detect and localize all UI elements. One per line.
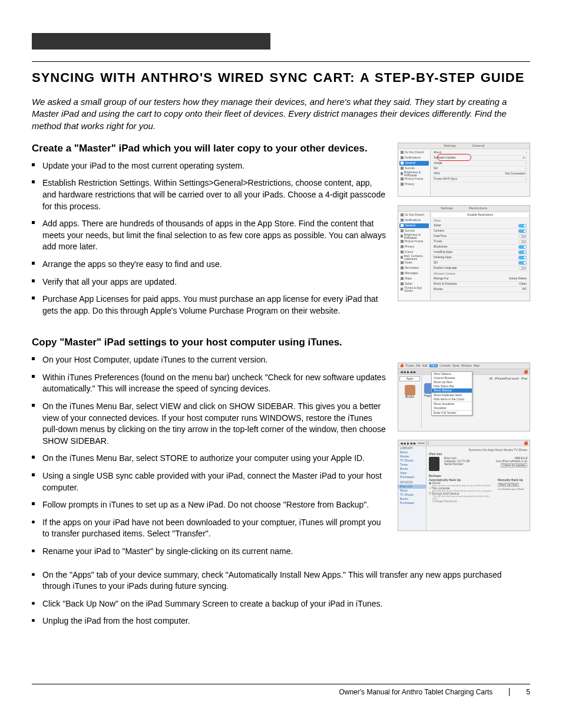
menu-item: Show Duplicate Items xyxy=(432,393,472,397)
toggle-on-icon xyxy=(518,229,527,233)
screenshot-itunes-view-menu: 🍎 iTunes File Edit View Controls Store W… xyxy=(398,363,530,431)
intro-paragraph: We asked a small group of our testers ho… xyxy=(32,96,530,132)
sidebar-item: Reminders xyxy=(405,266,419,269)
tab: iPad xyxy=(521,377,527,380)
sidebar-item: Sounds xyxy=(405,167,415,170)
row-label: iTunes Wi-Fi Sync xyxy=(434,177,457,180)
menu-item: File xyxy=(416,364,421,367)
device-image-icon xyxy=(429,457,439,471)
row-label: Safari xyxy=(434,224,441,227)
sidebar-item: Books xyxy=(398,467,426,471)
toggle-on-icon xyxy=(518,245,527,249)
page-content: SYNCING WITH ANTHRO'S WIRED SYNC CART: A… xyxy=(32,61,530,633)
row-value: United States xyxy=(509,277,527,280)
sidebar-item: iCloud xyxy=(405,251,413,253)
screenshot-settings-general: Settings General Do Not Disturb Notifica… xyxy=(398,143,530,197)
sidebar-item: Purchased xyxy=(398,501,426,505)
row-label: Usage xyxy=(434,162,442,164)
sidebar-item: Tones xyxy=(398,463,426,467)
row-label: Deleting Apps xyxy=(434,256,452,259)
row-value: Clean xyxy=(519,282,527,285)
list-item: Update your iPad to the most current ope… xyxy=(42,160,386,172)
toggle-on-icon xyxy=(518,251,527,254)
list-item: On your Host Computer, update iTunes to … xyxy=(42,354,386,366)
row-label: Disable Restrictions xyxy=(467,213,493,216)
list-item: Within iTunes Preferences (found on the … xyxy=(42,372,386,395)
serial-label: Serial Number: xyxy=(444,463,470,466)
list-item: On the iTunes Menu Bar, select STORE to … xyxy=(42,453,386,465)
menu-item: Store xyxy=(452,364,459,367)
sidebar-item: Picture Frame xyxy=(405,240,423,243)
row-label: Camera xyxy=(434,229,444,232)
sidebar-item: Messages xyxy=(405,272,418,275)
list-item: Arrange the apps so they're easy to find… xyxy=(42,259,386,271)
menu-item: Edit xyxy=(422,364,428,367)
toggle-on-icon xyxy=(518,261,527,265)
list-item: On the iTunes Menu Bar, select VIEW and … xyxy=(42,401,386,447)
section-2-heading: Copy "Master" iPad settings to your host… xyxy=(32,337,386,348)
screenshot-itunes-summary: ◀◀ ▶ ▶▶ ━━━ ☐🍎 LIBRARY Music Movies TV S… xyxy=(398,440,530,531)
footer-text: Owner's Manual for Anthro Tablet Chargin… xyxy=(339,688,492,696)
tab: iPhone/iPod touch xyxy=(495,377,519,380)
sidebar-header: LIBRARY xyxy=(398,446,426,450)
toggle-off-icon xyxy=(518,240,527,243)
menu-item: iTunes xyxy=(405,364,414,367)
sidebar-item: iPad mini xyxy=(398,485,426,489)
sidebar-item: Music xyxy=(398,450,426,454)
row-label: iBookstore xyxy=(434,245,448,248)
sidebar-item: TV Shows xyxy=(398,459,426,463)
header-bar xyxy=(32,33,270,50)
menu-item: Enter Full Screen xyxy=(432,410,472,415)
menu-item: Show Visualizer xyxy=(432,401,472,406)
sidebar-item: Notes xyxy=(405,261,412,264)
sidebar-item: Movies xyxy=(398,454,426,459)
list-item: Rename your iPad to "Master" by single-c… xyxy=(42,546,386,558)
toggle-off-icon xyxy=(518,235,527,238)
page-footer: Owner's Manual for Anthro Tablet Chargin… xyxy=(32,684,530,696)
list-item: Add apps. There are hundreds of thousand… xyxy=(42,218,386,253)
sidebar-item: Notifications xyxy=(405,219,421,222)
backup-now-button: Back Up Now xyxy=(498,483,519,487)
change-password: Change Password… xyxy=(432,500,494,503)
section-label: Allowed Content: xyxy=(432,271,528,276)
list-item: On the "Apps" tab of your device summary… xyxy=(42,569,530,592)
row-value: Not Connected xyxy=(505,172,525,175)
row-label: About xyxy=(434,151,441,154)
top-rule xyxy=(32,61,530,62)
menu-item: Window xyxy=(461,364,472,367)
view-dropdown: View Options… Column Browser Show Up Nex… xyxy=(431,371,472,416)
section-1: Create a "Master" iPad which you will la… xyxy=(32,143,530,323)
row-label: Siri xyxy=(434,167,438,170)
shot-title: Settings xyxy=(441,206,454,210)
toggle-on-icon xyxy=(518,256,527,259)
backups-heading: Backups xyxy=(429,475,527,477)
tab: Music xyxy=(495,448,503,452)
row-label: iTunes xyxy=(434,240,442,243)
tab: TV Shows xyxy=(514,448,527,452)
tab: Summary xyxy=(469,448,481,452)
tab: Info xyxy=(482,448,487,452)
sidebar-item: Mail, Contacts, Calendars xyxy=(404,255,428,261)
shot-title: General xyxy=(472,144,484,147)
sidebar-item: Do Not Disturb xyxy=(405,213,424,216)
list-item: Using a single USB sync cable provided w… xyxy=(42,470,386,493)
section-2-list-square: On your Host Computer, update iTunes to … xyxy=(32,354,386,511)
section-1-heading: Create a "Master" iPad which you will la… xyxy=(32,143,386,154)
row-value: PG xyxy=(523,288,527,291)
list-item: Click "Back Up Now" on the iPad Summary … xyxy=(42,598,530,610)
sidebar-item: Apps xyxy=(398,471,426,475)
row-label: Explicit Language xyxy=(434,266,457,269)
sidebar-item: Privacy xyxy=(405,183,414,186)
menu-item: Help xyxy=(474,364,480,367)
sidebar-item: Picture Frame xyxy=(405,177,423,180)
tab: Apps xyxy=(488,448,494,452)
list-item: Purchase App Licenses for paid apps. You… xyxy=(42,294,386,317)
list-item: Verify that all your apps are updated. xyxy=(42,276,386,288)
menu-item: Column Browser xyxy=(432,376,472,380)
menu-item: Hide Items in the Cloud xyxy=(432,397,472,401)
sidebar-item: Do Not Disturb xyxy=(405,151,424,154)
row-label: Music & Podcasts xyxy=(434,282,457,285)
sidebar-item: TV Shows xyxy=(398,493,426,497)
sidebar-item: Sounds xyxy=(405,229,415,232)
list-item: Follow prompts in iTunes to set up as a … xyxy=(42,499,386,511)
